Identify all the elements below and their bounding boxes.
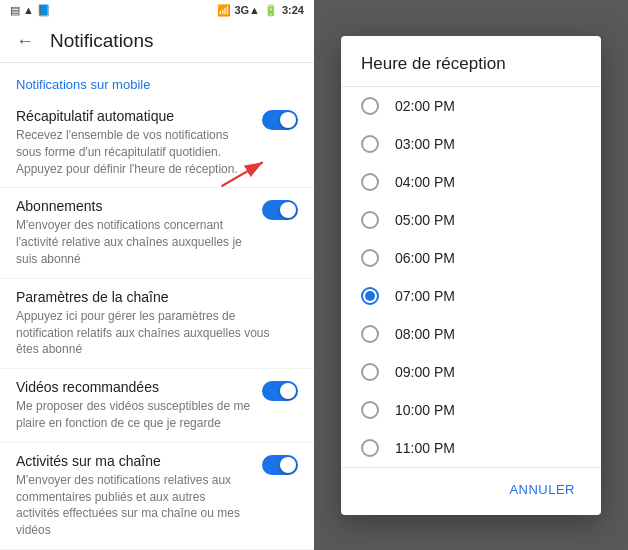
radio-circle-6 [361,325,379,343]
radio-option-2[interactable]: 04:00 PM [341,163,601,201]
radio-option-0[interactable]: 02:00 PM [341,87,601,125]
radio-label-1: 03:00 PM [395,136,455,152]
settings-item-abonnements[interactable]: Abonnements M'envoyer des notifications … [0,188,314,278]
time-display: 3:24 [282,4,304,16]
radio-option-8[interactable]: 10:00 PM [341,391,601,429]
signal-icon: 📶 3G▲ [217,4,260,17]
item-title-params: Paramètres de la chaîne [16,289,288,305]
right-panel: Heure de réception 02:00 PM 03:00 PM 04:… [314,0,628,550]
radio-circle-2 [361,173,379,191]
cancel-button[interactable]: ANNULER [499,476,585,503]
back-button[interactable]: ← [16,31,34,52]
radio-option-6[interactable]: 08:00 PM [341,315,601,353]
radio-circle-7 [361,363,379,381]
toggle-videos[interactable] [262,381,298,401]
toggle-abonnements[interactable] [262,200,298,220]
radio-inner-5 [365,291,375,301]
radio-circle-4 [361,249,379,267]
radio-label-9: 11:00 PM [395,440,455,456]
dialog-title: Heure de réception [341,36,601,87]
radio-circle-0 [361,97,379,115]
item-desc-abonnements: M'envoyer des notifications concernant l… [16,217,252,267]
item-title-abonnements: Abonnements [16,198,252,214]
settings-list: Récapitulatif automatique Recevez l'ense… [0,98,314,550]
radio-circle-5 [361,287,379,305]
radio-label-8: 10:00 PM [395,402,455,418]
settings-item-recap[interactable]: Récapitulatif automatique Recevez l'ense… [0,98,314,188]
status-icons: ▤ ▲ 📘 [10,4,51,17]
dialog-options-list: 02:00 PM 03:00 PM 04:00 PM 05:00 PM 06:0… [341,87,601,467]
radio-label-5: 07:00 PM [395,288,455,304]
item-desc-recap: Recevez l'ensemble de vos notifications … [16,127,252,177]
toggle-recap[interactable] [262,110,298,130]
radio-option-4[interactable]: 06:00 PM [341,239,601,277]
radio-option-7[interactable]: 09:00 PM [341,353,601,391]
left-panel: ▤ ▲ 📘 📶 3G▲ 🔋 3:24 ← Notifications Notif… [0,0,314,550]
radio-label-4: 06:00 PM [395,250,455,266]
settings-item-activites[interactable]: Activités sur ma chaîne M'envoyer des no… [0,443,314,550]
battery-icon: 🔋 [264,4,278,17]
radio-circle-3 [361,211,379,229]
toggle-knob-abonnements [280,202,296,218]
settings-item-params[interactable]: Paramètres de la chaîne Appuyez ici pour… [0,279,314,369]
radio-label-6: 08:00 PM [395,326,455,342]
settings-item-videos[interactable]: Vidéos recommandées Me proposer des vidé… [0,369,314,443]
time-picker-dialog: Heure de réception 02:00 PM 03:00 PM 04:… [341,36,601,515]
status-bar: ▤ ▲ 📘 📶 3G▲ 🔋 3:24 [0,0,314,20]
page-title: Notifications [50,30,154,52]
radio-circle-1 [361,135,379,153]
radio-option-3[interactable]: 05:00 PM [341,201,601,239]
radio-option-5[interactable]: 07:00 PM [341,277,601,315]
dialog-actions: ANNULER [341,467,601,515]
radio-circle-9 [361,439,379,457]
item-title-activites: Activités sur ma chaîne [16,453,252,469]
page-header: ← Notifications [0,20,314,63]
radio-option-9[interactable]: 11:00 PM [341,429,601,467]
radio-label-7: 09:00 PM [395,364,455,380]
toggle-knob-recap [280,112,296,128]
status-bar-right: 📶 3G▲ 🔋 3:24 [217,4,304,17]
radio-option-1[interactable]: 03:00 PM [341,125,601,163]
status-bar-left: ▤ ▲ 📘 [10,4,51,17]
item-desc-activites: M'envoyer des notifications relatives au… [16,472,252,539]
item-title-videos: Vidéos recommandées [16,379,252,395]
toggle-activites[interactable] [262,455,298,475]
item-title-recap: Récapitulatif automatique [16,108,252,124]
toggle-knob-activites [280,457,296,473]
radio-circle-8 [361,401,379,419]
radio-label-2: 04:00 PM [395,174,455,190]
radio-label-3: 05:00 PM [395,212,455,228]
item-desc-params: Appuyez ici pour gérer les paramètres de… [16,308,288,358]
radio-label-0: 02:00 PM [395,98,455,114]
section-label: Notifications sur mobile [0,63,314,98]
item-desc-videos: Me proposer des vidéos susceptibles de m… [16,398,252,432]
toggle-knob-videos [280,383,296,399]
